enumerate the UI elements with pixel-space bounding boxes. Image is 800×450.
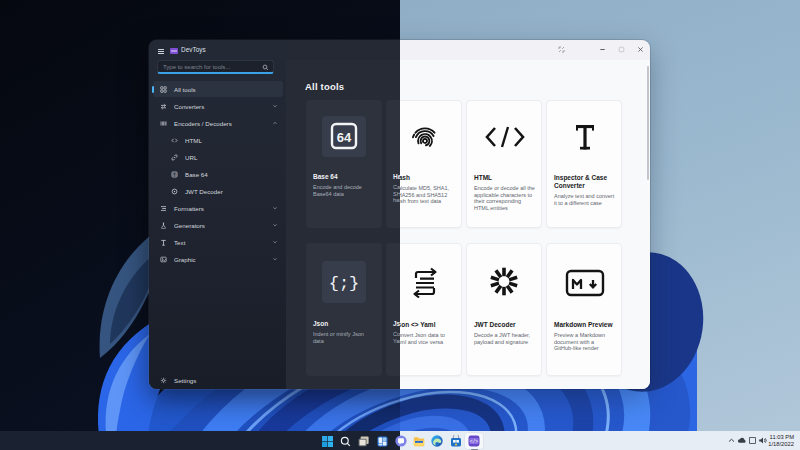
svg-text:{;}: {;} <box>329 274 360 293</box>
svg-text:64: 64 <box>337 130 352 145</box>
svg-text:64: 64 <box>173 172 177 176</box>
svg-text:</>: </> <box>470 439 479 444</box>
